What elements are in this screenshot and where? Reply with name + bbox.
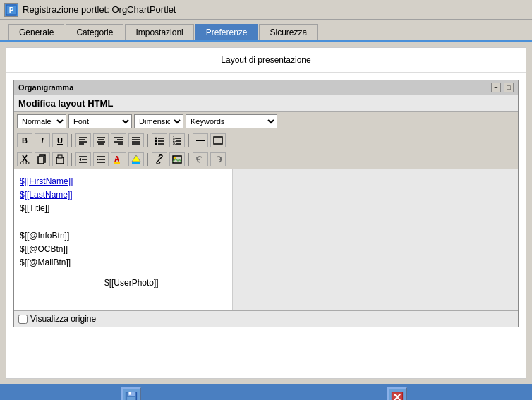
editor-main[interactable]: $[[FirstName]] $[[LastName]] $[[Title]] …: [14, 169, 233, 310]
info-btn-tag: $[[@InfoBtn]]: [20, 231, 69, 241]
tab-impostazioni[interactable]: Impostazioni: [125, 24, 193, 40]
svg-rect-37: [38, 157, 44, 164]
inner-panel: Organigramma − □ Modifica layout HTML No…: [13, 80, 519, 327]
undo-button[interactable]: [193, 152, 208, 166]
font-select[interactable]: Font Arial Verdana: [68, 114, 132, 128]
view-source-label[interactable]: Visualizza origine: [18, 314, 96, 324]
editor-title: Modifica layout HTML: [14, 95, 518, 112]
svg-rect-31: [214, 137, 222, 144]
inner-panel-title: Organigramma: [18, 83, 73, 92]
tabs-bar: Generale Categorie Impostazioni Preferen…: [0, 20, 532, 42]
svg-line-52: [158, 158, 161, 161]
bold-button[interactable]: B: [17, 133, 32, 147]
sep5: [147, 153, 148, 166]
toolbar-row-2: B I U 1.2.3.: [14, 131, 518, 150]
svg-rect-49: [114, 162, 120, 164]
svg-text:A: A: [114, 155, 119, 163]
sep1: [71, 134, 72, 147]
window-title: Registrazione portlet: OrgChartPortlet: [23, 4, 176, 15]
paste-button[interactable]: [52, 152, 68, 166]
italic-button[interactable]: I: [35, 133, 50, 147]
svg-rect-59: [392, 392, 403, 401]
sep4: [71, 153, 72, 166]
tab-categorie[interactable]: Categorie: [66, 24, 123, 40]
toolbar-row-1: Normale Heading 1 Heading 2 Font Arial V…: [14, 112, 518, 131]
hr-button[interactable]: [193, 133, 208, 147]
main-content: Layout di presentazione Organigramma − □…: [6, 47, 526, 379]
link-button[interactable]: [152, 152, 167, 166]
redo-button[interactable]: [210, 152, 226, 166]
indent-button[interactable]: [93, 152, 109, 166]
svg-point-35: [26, 162, 29, 164]
title-bar: P Registrazione portlet: OrgChartPortlet: [0, 0, 532, 20]
firstname-tag: $[[FirstName]]: [20, 176, 73, 186]
svg-rect-58: [127, 397, 135, 400]
svg-rect-57: [129, 392, 131, 395]
inner-panel-titlebar: Organigramma − □: [14, 80, 518, 95]
maximize-button[interactable]: □: [504, 83, 514, 92]
toolbar-row-3: A: [14, 150, 518, 169]
svg-rect-56: [128, 392, 135, 396]
cancel-button[interactable]: Annulla: [385, 387, 411, 400]
title-tag: $[[Title]]: [20, 203, 49, 213]
app-icon: P: [4, 3, 18, 17]
svg-point-34: [20, 162, 23, 164]
tab-preferenze[interactable]: Preferenze: [195, 24, 258, 40]
sep2: [147, 134, 148, 147]
ordered-list-button[interactable]: 1.2.3.: [169, 133, 185, 147]
tab-generale[interactable]: Generale: [8, 24, 64, 40]
svg-point-18: [155, 138, 157, 140]
editor-right: [233, 169, 518, 310]
svg-point-20: [155, 140, 157, 143]
highlight-button[interactable]: [128, 152, 144, 166]
save-button[interactable]: Invia: [121, 387, 141, 400]
underline-button[interactable]: U: [52, 133, 68, 147]
image-button[interactable]: [169, 152, 185, 166]
view-source-text: Visualizza origine: [30, 314, 96, 324]
align-left-button[interactable]: [75, 133, 91, 147]
svg-marker-50: [132, 155, 140, 162]
size-select[interactable]: Dimensioni 81012: [134, 114, 183, 128]
svg-rect-51: [132, 162, 140, 164]
unordered-list-button[interactable]: [152, 133, 167, 147]
svg-rect-39: [58, 155, 62, 158]
userphoto-tag: $[[UserPhoto]]: [104, 277, 233, 290]
text-color-button[interactable]: A: [111, 152, 126, 166]
mailbtn-tag: $[[@MailBtn]]: [20, 257, 71, 267]
svg-text:3.: 3.: [173, 141, 176, 145]
outdent-button[interactable]: [75, 152, 91, 166]
view-source-checkbox[interactable]: [18, 315, 28, 324]
lastname-tag: $[[LastName]]: [20, 190, 73, 200]
align-center-button[interactable]: [93, 133, 109, 147]
minimize-button[interactable]: −: [491, 83, 501, 92]
save-icon: [121, 387, 141, 400]
section-title: Layout di presentazione: [6, 48, 526, 73]
inner-panel-controls: − □: [491, 83, 514, 92]
svg-text:P: P: [9, 6, 14, 14]
sep6: [188, 153, 189, 166]
cancel-icon: [387, 387, 407, 400]
svg-marker-47: [97, 158, 99, 161]
sep3: [188, 134, 189, 147]
justify-button[interactable]: [128, 133, 144, 147]
rect-button[interactable]: [210, 133, 226, 147]
style-select[interactable]: Normale Heading 1 Heading 2: [17, 114, 66, 128]
align-right-button[interactable]: [111, 133, 126, 147]
footer: Invia Annulla: [0, 384, 532, 400]
ocbtn-tag: $[[@OCBtn]]: [20, 244, 68, 254]
keywords-select[interactable]: Keywords $[[FirstName]] $[[LastName]]: [186, 114, 277, 128]
editor-area: $[[FirstName]] $[[LastName]] $[[Title]] …: [14, 169, 518, 310]
bottom-bar: Visualizza origine: [14, 310, 518, 327]
copy-button[interactable]: [35, 152, 50, 166]
svg-point-22: [155, 143, 157, 145]
cut-button[interactable]: [17, 152, 32, 166]
svg-marker-43: [79, 158, 81, 161]
tab-sicurezza[interactable]: Sicurezza: [259, 24, 318, 40]
